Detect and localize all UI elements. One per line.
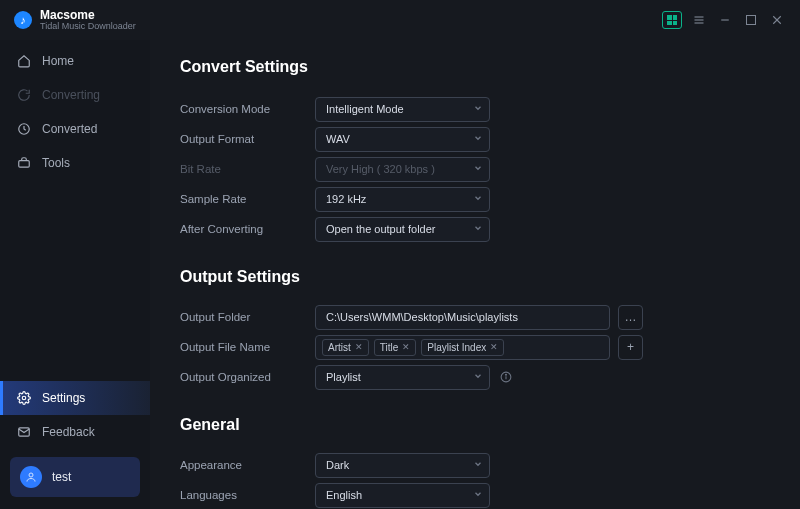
tag-title[interactable]: Title✕ <box>374 339 417 356</box>
brand-logo-icon: ♪ <box>14 11 32 29</box>
sidebar-item-label: Tools <box>42 156 70 170</box>
filename-tags[interactable]: Artist✕ Title✕ Playlist Index✕ <box>315 335 610 360</box>
user-chip[interactable]: test <box>10 457 140 497</box>
sidebar-item-label: Home <box>42 54 74 68</box>
chevron-down-icon <box>473 223 483 235</box>
select-after-converting[interactable]: Open the output folder <box>315 217 490 242</box>
label-appearance: Appearance <box>180 459 315 471</box>
user-name: test <box>52 470 71 484</box>
section-convert-title: Convert Settings <box>180 58 774 76</box>
sidebar-item-label: Converting <box>42 88 100 102</box>
sidebar-item-converted[interactable]: Converted <box>0 112 150 146</box>
label-conversion-mode: Conversion Mode <box>180 103 315 115</box>
menu-button[interactable] <box>686 9 712 31</box>
svg-rect-7 <box>19 161 30 167</box>
chevron-down-icon <box>473 193 483 205</box>
select-languages[interactable]: English <box>315 483 490 508</box>
select-appearance[interactable]: Dark <box>315 453 490 478</box>
avatar <box>20 466 42 488</box>
select-output-organized[interactable]: Playlist <box>315 365 490 390</box>
sidebar-item-feedback[interactable]: Feedback <box>0 415 150 449</box>
browse-folder-button[interactable]: … <box>618 305 643 330</box>
svg-point-13 <box>506 374 507 375</box>
brand: ♪ Macsome Tidal Music Downloader <box>14 9 136 31</box>
toolbox-icon <box>16 156 32 170</box>
chevron-down-icon <box>473 371 483 383</box>
chevron-down-icon <box>473 163 483 175</box>
clock-icon <box>16 122 32 136</box>
info-icon[interactable] <box>500 371 512 383</box>
brand-subtitle: Tidal Music Downloader <box>40 22 136 31</box>
section-general-title: General <box>180 416 774 434</box>
chevron-down-icon <box>473 459 483 471</box>
label-after-converting: After Converting <box>180 223 315 235</box>
brand-name: Macsome <box>40 9 136 22</box>
sidebar-item-label: Converted <box>42 122 97 136</box>
close-icon[interactable]: ✕ <box>402 342 410 352</box>
label-output-filename: Output File Name <box>180 341 315 353</box>
tag-artist[interactable]: Artist✕ <box>322 339 369 356</box>
chevron-down-icon <box>473 103 483 115</box>
window-close-button[interactable] <box>764 9 790 31</box>
sidebar-item-home[interactable]: Home <box>0 44 150 78</box>
label-bit-rate: Bit Rate <box>180 163 315 175</box>
window-maximize-button[interactable] <box>738 9 764 31</box>
select-conversion-mode[interactable]: Intelligent Mode <box>315 97 490 122</box>
close-icon[interactable]: ✕ <box>490 342 498 352</box>
input-output-folder[interactable]: C:\Users\WMM\Desktop\Music\playlists <box>315 305 610 330</box>
svg-point-10 <box>29 473 33 477</box>
titlebar: ♪ Macsome Tidal Music Downloader <box>0 0 800 40</box>
sidebar-item-label: Feedback <box>42 425 95 439</box>
select-output-format[interactable]: WAV <box>315 127 490 152</box>
svg-point-8 <box>22 396 26 400</box>
sidebar-item-label: Settings <box>42 391 85 405</box>
apps-grid-button[interactable] <box>662 11 682 29</box>
chevron-down-icon <box>473 133 483 145</box>
maximize-icon <box>746 15 756 25</box>
add-tag-button[interactable]: + <box>618 335 643 360</box>
sidebar-item-settings[interactable]: Settings <box>0 381 150 415</box>
settings-content: Convert Settings Conversion Mode Intelli… <box>150 40 800 509</box>
label-output-format: Output Format <box>180 133 315 145</box>
label-languages: Languages <box>180 489 315 501</box>
label-output-organized: Output Organized <box>180 371 315 383</box>
chevron-down-icon <box>473 489 483 501</box>
section-output-title: Output Settings <box>180 268 774 286</box>
refresh-icon <box>16 88 32 102</box>
close-icon[interactable]: ✕ <box>355 342 363 352</box>
mail-icon <box>16 425 32 439</box>
tag-playlist-index[interactable]: Playlist Index✕ <box>421 339 504 356</box>
select-bit-rate: Very High ( 320 kbps ) <box>315 157 490 182</box>
label-output-folder: Output Folder <box>180 311 315 323</box>
sidebar-item-converting[interactable]: Converting <box>0 78 150 112</box>
select-sample-rate[interactable]: 192 kHz <box>315 187 490 212</box>
label-sample-rate: Sample Rate <box>180 193 315 205</box>
home-icon <box>16 54 32 68</box>
sidebar-item-tools[interactable]: Tools <box>0 146 150 180</box>
window-minimize-button[interactable] <box>712 9 738 31</box>
gear-icon <box>16 391 32 405</box>
sidebar: Home Converting Converted Tools <box>0 40 150 509</box>
